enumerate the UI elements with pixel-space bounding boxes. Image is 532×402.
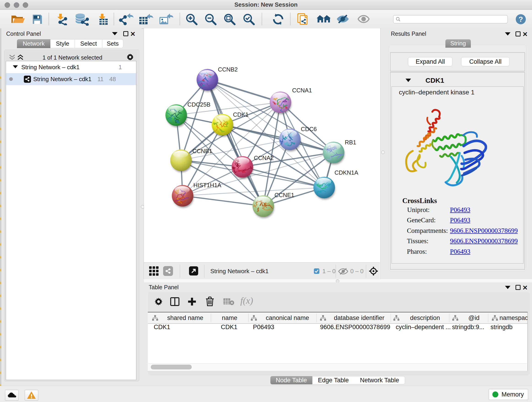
svg-text:CCNA1: CCNA1 (292, 87, 312, 94)
svg-text:HIST1H1A: HIST1H1A (193, 182, 221, 188)
svg-text:CCNB2: CCNB2 (218, 66, 238, 73)
svg-text:CDC6: CDC6 (301, 126, 317, 132)
svg-text:CDC25B: CDC25B (187, 101, 210, 108)
svg-text:CCNE1: CCNE1 (274, 192, 294, 198)
svg-text:CDK1: CDK1 (233, 111, 249, 118)
svg-text:CCNB1: CCNB1 (192, 148, 212, 154)
svg-text:CCNA2: CCNA2 (254, 155, 273, 161)
svg-text:CDKN1A: CDKN1A (335, 169, 358, 176)
svg-text:RB1: RB1 (345, 139, 356, 146)
